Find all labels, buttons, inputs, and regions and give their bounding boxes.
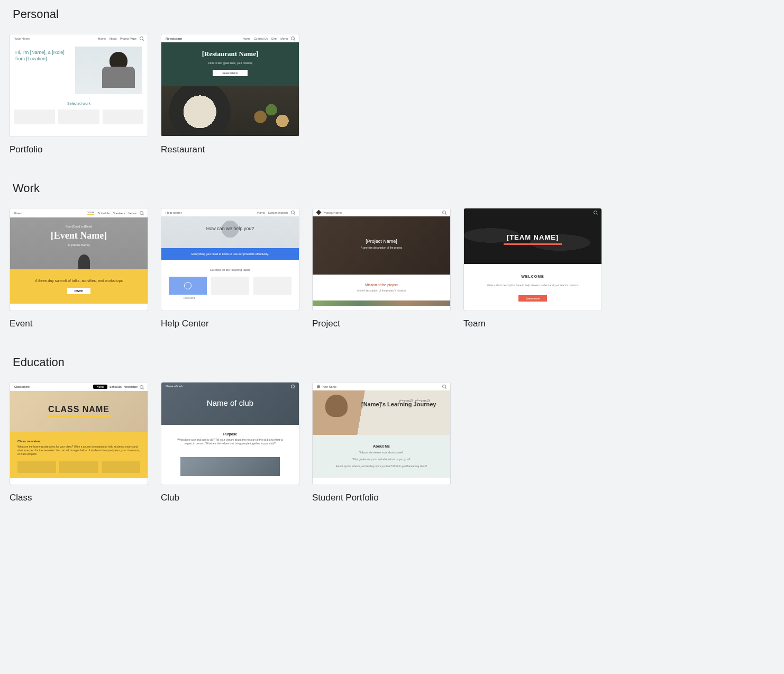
template-card-restaurant[interactable]: Restaurant Home Contact Us Chef Menu [Re… bbox=[161, 34, 299, 155]
avatar-icon bbox=[317, 385, 320, 388]
template-card-project[interactable]: Project Name [Project Name] A one-line d… bbox=[312, 208, 451, 329]
preview-welcome-sub: Write a short description here to help v… bbox=[470, 284, 595, 287]
preview-header: Project Name bbox=[313, 208, 450, 216]
template-label: Project bbox=[312, 318, 451, 329]
preview-topic-row bbox=[161, 277, 299, 295]
template-card-event[interactable]: Event Home Schedule Speakers Venue from … bbox=[10, 208, 148, 329]
preview-section-heading: Purpose bbox=[174, 432, 286, 436]
template-thumbnail: Name of club Name of club Purpose What d… bbox=[161, 382, 299, 485]
template-card-help-center[interactable]: Help center Home Documentation How can w… bbox=[161, 208, 299, 329]
preview-tagline: A three-day summit of talks, activities,… bbox=[14, 279, 143, 283]
accent-underline bbox=[47, 415, 111, 417]
preview-hero: CLASS NAME bbox=[10, 391, 148, 432]
preview-header: Event Home Schedule Speakers Venue bbox=[10, 208, 148, 217]
preview-hero: Hi, I'm [Name], a [Role] from [Location]… bbox=[10, 42, 148, 94]
section-title: Personal bbox=[13, 7, 774, 21]
preview-site-title: Help center bbox=[166, 211, 182, 214]
preview-section-heading: About Me bbox=[321, 444, 442, 448]
preview-image bbox=[180, 457, 280, 476]
preview-hero-title: [Event Name] bbox=[10, 230, 148, 241]
template-label: Portfolio bbox=[10, 144, 148, 155]
topic-tile bbox=[169, 277, 207, 295]
preview-date-line: from [Date] to [Date] bbox=[10, 225, 148, 228]
preview-hero-title: [Name]'s Learning Journey bbox=[361, 401, 450, 408]
template-card-student-portfolio[interactable]: Your Name [Name]'s Learning Journey Abou… bbox=[312, 382, 451, 503]
nav-item: Speakers bbox=[113, 212, 125, 215]
preview-header: Restaurant Home Contact Us Chef Menu bbox=[161, 34, 299, 42]
preview-section-body: What does your club aim to do? Tell your… bbox=[174, 438, 286, 445]
template-label: Team bbox=[463, 318, 602, 329]
preview-section-body: Are art, sports, science, and reading to… bbox=[321, 465, 442, 469]
nav-item: Home bbox=[257, 211, 265, 214]
nav-item: About bbox=[109, 37, 116, 40]
preview-cta: Learn more bbox=[518, 295, 547, 302]
nav-item: Home bbox=[243, 37, 251, 40]
preview-sub: Get help on the following topics bbox=[161, 268, 299, 271]
preview-welcome: WELCOME Write a short description here t… bbox=[464, 264, 601, 311]
preview-about: About Me Tell your site viewers more abo… bbox=[313, 435, 450, 478]
nav-item: Documentation bbox=[268, 211, 288, 214]
logo-icon bbox=[316, 210, 322, 215]
preview-placeholder-row bbox=[10, 110, 148, 124]
section-title: Work bbox=[13, 181, 774, 195]
search-icon bbox=[291, 211, 295, 214]
preview-hero: [Name]'s Learning Journey bbox=[313, 390, 450, 435]
template-card-portfolio[interactable]: Your Name Home About Project Page Hi, I'… bbox=[10, 34, 148, 155]
preview-hero: [Restaurant Name] A line of text [goes h… bbox=[161, 42, 299, 86]
preview-welcome-heading: WELCOME bbox=[470, 275, 595, 278]
preview-site-title: Your Name bbox=[14, 37, 30, 40]
search-icon bbox=[291, 385, 295, 388]
template-label: Restaurant bbox=[161, 144, 299, 155]
section-education: Education Class name Home Schedule Newsl… bbox=[10, 356, 774, 503]
template-grid: Event Home Schedule Speakers Venue from … bbox=[10, 208, 774, 329]
template-thumbnail: Restaurant Home Contact Us Chef Menu [Re… bbox=[161, 34, 299, 137]
template-label: Help Center bbox=[161, 318, 299, 329]
preview-section-sub: A brief description of the project's mis… bbox=[318, 289, 445, 292]
tile-caption: Topic name bbox=[169, 297, 209, 299]
preview-nav: Home Schedule Newsletter bbox=[93, 385, 143, 389]
nav-item: Home bbox=[98, 37, 106, 40]
preview-site-title: Your Name bbox=[322, 385, 336, 388]
preview-section-body: What grades are you in and what school d… bbox=[321, 458, 442, 462]
nav-item: Home bbox=[93, 385, 107, 389]
preview-hero-title: Name of club bbox=[161, 398, 299, 407]
preview-section-body: What are the learning objectives for you… bbox=[17, 445, 140, 456]
preview-hero-text: Hi, I'm [Name], a [Role] from [Location]… bbox=[15, 47, 71, 94]
preview-venue-line: at [Venue Name] bbox=[10, 243, 148, 247]
template-label: Student Portfolio bbox=[312, 493, 451, 503]
search-icon bbox=[140, 385, 143, 389]
preview-hero-title: CLASS NAME bbox=[10, 405, 148, 414]
search-icon bbox=[442, 385, 446, 388]
preview-nav: Home Schedule Speakers Venue bbox=[87, 211, 143, 215]
section-work: Work Event Home Schedule Speakers Venue … bbox=[10, 181, 774, 329]
nav-item: Schedule bbox=[110, 385, 122, 388]
preview-cta: Reservations bbox=[213, 70, 247, 76]
template-grid: Your Name Home About Project Page Hi, I'… bbox=[10, 34, 774, 155]
template-card-class[interactable]: Class name Home Schedule Newsletter CLAS… bbox=[10, 382, 148, 503]
section-title: Education bbox=[13, 356, 774, 369]
preview-hero-image bbox=[75, 47, 142, 94]
topic-tile bbox=[211, 277, 249, 295]
preview-image-strip bbox=[313, 300, 450, 306]
preview-header bbox=[464, 208, 601, 216]
preview-site-title: Name of club bbox=[166, 385, 183, 388]
preview-nav: Home Documentation bbox=[257, 211, 295, 214]
template-card-club[interactable]: Name of club Name of club Purpose What d… bbox=[161, 382, 299, 503]
search-icon bbox=[594, 211, 597, 214]
template-card-team[interactable]: [TEAM NAME] WELCOME Write a short descri… bbox=[463, 208, 602, 329]
preview-purpose: Purpose What does your club aim to do? T… bbox=[161, 425, 299, 453]
preview-hero-title: [Restaurant Name] bbox=[161, 50, 299, 58]
template-thumbnail: Your Name [Name]'s Learning Journey Abou… bbox=[312, 382, 451, 485]
preview-site-title: Restaurant bbox=[166, 37, 182, 40]
nav-item: Contact Us bbox=[253, 37, 268, 40]
preview-header: Your Name bbox=[313, 382, 450, 390]
preview-cta: RSVP bbox=[67, 288, 90, 294]
template-label: Event bbox=[10, 318, 148, 329]
preview-section-heading: Mission of the project bbox=[318, 283, 445, 287]
preview-hero: [Project Name] A one-line description of… bbox=[313, 216, 450, 275]
nav-item: Venue bbox=[128, 212, 136, 215]
template-grid: Class name Home Schedule Newsletter CLAS… bbox=[10, 382, 774, 503]
preview-nav: Home About Project Page bbox=[98, 37, 143, 40]
preview-site-title: Project Name bbox=[323, 211, 342, 214]
template-thumbnail: Class name Home Schedule Newsletter CLAS… bbox=[10, 382, 148, 485]
